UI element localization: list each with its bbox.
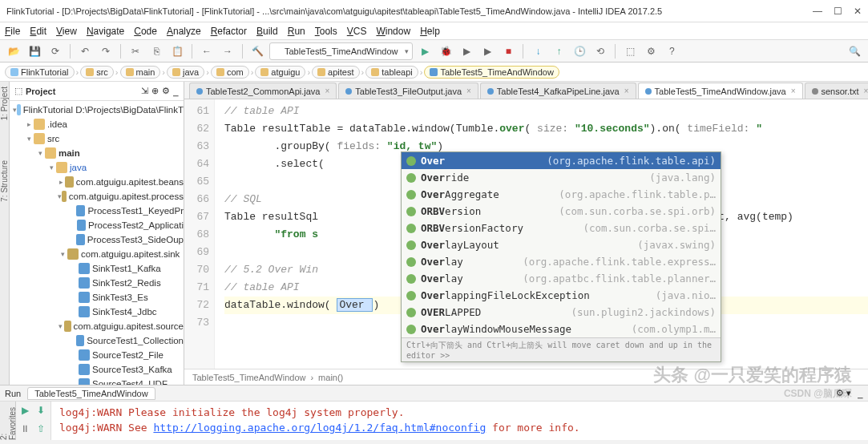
- tree-node[interactable]: SinkTest4_Jdbc: [10, 305, 184, 319]
- settings-gear-icon[interactable]: ⚙: [162, 86, 170, 96]
- tree-node[interactable]: SinkTest2_Redis: [10, 276, 184, 290]
- redo-icon[interactable]: ↷: [97, 42, 115, 60]
- tree-node[interactable]: SourceTest4_UDF: [10, 377, 184, 385]
- completion-item[interactable]: OverlayLayout (javax.swing): [402, 236, 721, 253]
- undo-icon[interactable]: ↶: [76, 42, 94, 60]
- completion-item[interactable]: Over (org.apache.flink.table.api): [402, 152, 721, 169]
- search-icon[interactable]: 🔍: [846, 42, 863, 60]
- menu-navigate[interactable]: Navigate: [87, 26, 124, 37]
- breadcrumb-flinktutorial[interactable]: FlinkTutorial: [5, 66, 75, 79]
- crumb-class[interactable]: TableTest5_TimeAndWindow: [192, 373, 305, 382]
- menu-vcs[interactable]: VCS: [347, 26, 367, 37]
- breadcrumb-apitest[interactable]: apitest: [312, 66, 359, 79]
- tree-node[interactable]: SinkTest1_Kafka: [10, 261, 184, 276]
- sidetab-favorites[interactable]: 2: Favorites: [0, 405, 17, 440]
- project-tree[interactable]: ▾FlinkTutorial D:\Projects\BigData\Flink…: [10, 101, 184, 385]
- run-console[interactable]: log4j:WARN Please initialize the log4j s…: [51, 402, 868, 440]
- editor-tab[interactable]: TableTest3_FileOutput.java×: [338, 83, 478, 99]
- completion-item[interactable]: OverlappingFileLockException (java.nio…: [402, 287, 721, 304]
- sync-icon[interactable]: ⟳: [46, 42, 64, 60]
- tree-node[interactable]: SourceTest1_Collection: [10, 333, 184, 348]
- tree-node[interactable]: ProcessTest3_SideOup: [10, 232, 184, 247]
- completion-item[interactable]: Overlay (org.apatbc.flink.table.planner…: [402, 270, 721, 287]
- vcs-revert-icon[interactable]: ⟲: [591, 42, 609, 60]
- completion-item[interactable]: Override (java.lang): [402, 169, 721, 186]
- sidetab-structure[interactable]: 7: Structure: [0, 160, 9, 202]
- build-icon[interactable]: 🔨: [248, 42, 266, 60]
- vcs-update-icon[interactable]: ↓: [529, 42, 547, 60]
- structure-icon[interactable]: ⬚: [621, 42, 639, 60]
- tree-node[interactable]: ▾com.atguigu.apitest.source: [10, 319, 184, 333]
- breadcrumb-src[interactable]: src: [80, 66, 114, 79]
- completion-item[interactable]: OVERLAPPED (sun.plugin2.jackindows): [402, 304, 721, 321]
- tree-node[interactable]: ▾FlinkTutorial D:\Projects\BigData\Flink…: [10, 103, 184, 117]
- open-icon[interactable]: 📂: [5, 42, 22, 60]
- maximize-icon[interactable]: ☐: [834, 6, 842, 17]
- tree-node[interactable]: ▾java: [10, 160, 184, 175]
- settings-icon[interactable]: ⚙: [642, 42, 660, 60]
- editor-tab[interactable]: TableTest2_CommonApi.java×: [189, 83, 337, 99]
- menu-tools[interactable]: Tools: [315, 26, 337, 37]
- tree-node[interactable]: ▾src: [10, 131, 184, 146]
- locate-icon[interactable]: ⊕: [151, 86, 159, 96]
- breadcrumb-java[interactable]: java: [167, 66, 204, 79]
- completion-item[interactable]: OverAggregate (org.apache.flink.table.p…: [402, 186, 721, 203]
- tree-node[interactable]: ▾com.atguigu.apitest.process: [10, 189, 184, 204]
- tree-node[interactable]: ProcessTest2_Applicati: [10, 218, 184, 232]
- close-tab-icon[interactable]: ×: [864, 87, 868, 95]
- completion-item[interactable]: Overlay (org.apache.flink.table.express…: [402, 253, 721, 270]
- tree-node[interactable]: ▸com.atguigu.apitest.beans: [10, 175, 184, 189]
- code-completion-popup[interactable]: Over (org.apache.flink.table.api)Overrid…: [401, 151, 721, 362]
- crumb-method[interactable]: main(): [318, 373, 343, 382]
- save-icon[interactable]: 💾: [26, 42, 43, 60]
- menu-analyze[interactable]: Analyze: [167, 26, 201, 37]
- close-tab-icon[interactable]: ×: [791, 87, 796, 95]
- sidetab-project[interactable]: 1: Project: [0, 87, 9, 120]
- breadcrumb-com[interactable]: com: [211, 66, 249, 79]
- back-icon[interactable]: ←: [198, 42, 216, 60]
- completion-item[interactable]: ORBVersion (com.sun.corba.se.spi.orb): [402, 203, 721, 220]
- menu-window[interactable]: Window: [376, 26, 410, 37]
- forward-icon[interactable]: →: [219, 42, 236, 60]
- copy-icon[interactable]: ⎘: [147, 42, 165, 60]
- stop-icon[interactable]: ■: [499, 42, 517, 60]
- vcs-commit-icon[interactable]: ↑: [550, 42, 567, 60]
- menu-run[interactable]: Run: [288, 26, 305, 37]
- close-tab-icon[interactable]: ×: [624, 87, 629, 95]
- breadcrumb-atguigu[interactable]: atguigu: [255, 66, 305, 79]
- close-tab-icon[interactable]: ×: [466, 87, 471, 95]
- editor-tab[interactable]: TableTest5_TimeAndWindow.java×: [638, 83, 803, 99]
- tree-node[interactable]: SourceTest2_File: [10, 348, 184, 362]
- close-icon[interactable]: ✕: [854, 6, 862, 17]
- up-stack-icon[interactable]: ⇧: [34, 422, 48, 436]
- menu-help[interactable]: Help: [420, 26, 440, 37]
- editor-tab[interactable]: sensor.txt×: [805, 83, 869, 99]
- breadcrumb-tabletest5_timeandwindow[interactable]: TableTest5_TimeAndWindow: [424, 66, 559, 79]
- debug-icon[interactable]: 🐞: [437, 42, 454, 60]
- profile-icon[interactable]: ▶: [478, 42, 496, 60]
- completion-item[interactable]: OverlayWindowMouseMessage (com.olymp1.m…: [402, 321, 721, 337]
- menu-code[interactable]: Code: [134, 26, 157, 37]
- tree-node[interactable]: SinkTest3_Es: [10, 290, 184, 305]
- rerun-icon[interactable]: ▶: [18, 403, 32, 418]
- menu-refactor[interactable]: Refactor: [211, 26, 247, 37]
- menu-view[interactable]: View: [56, 26, 77, 37]
- menu-build[interactable]: Build: [256, 26, 278, 37]
- tree-node[interactable]: ProcessTest1_KeyedPr: [10, 204, 184, 218]
- stop-run-icon[interactable]: ⬇: [34, 403, 48, 418]
- run-config-dropdown[interactable]: TableTest5_TimeAndWindow: [269, 42, 413, 60]
- help-icon[interactable]: ?: [663, 42, 680, 60]
- project-combo-icon[interactable]: ⬚: [14, 86, 22, 96]
- minimize-icon[interactable]: —: [813, 6, 822, 17]
- editor-tab[interactable]: TableTest4_KafkaPipeLine.java×: [480, 83, 636, 99]
- collapse-icon[interactable]: ⇲: [141, 86, 148, 96]
- tree-node[interactable]: SourceTest3_Kafka: [10, 362, 184, 377]
- run-tab[interactable]: TableTest5_TimeAndWindow: [27, 387, 155, 400]
- hide-icon[interactable]: ⎯: [173, 87, 179, 96]
- completion-item[interactable]: ORBVersionFactory (com.sun.corba.se.spi…: [402, 220, 721, 236]
- coverage-icon[interactable]: ▶: [458, 42, 475, 60]
- menu-edit[interactable]: Edit: [30, 26, 46, 37]
- vcs-history-icon[interactable]: 🕒: [571, 42, 588, 60]
- cut-icon[interactable]: ✂: [127, 42, 144, 60]
- run-hide-icon[interactable]: ⎯: [858, 389, 863, 398]
